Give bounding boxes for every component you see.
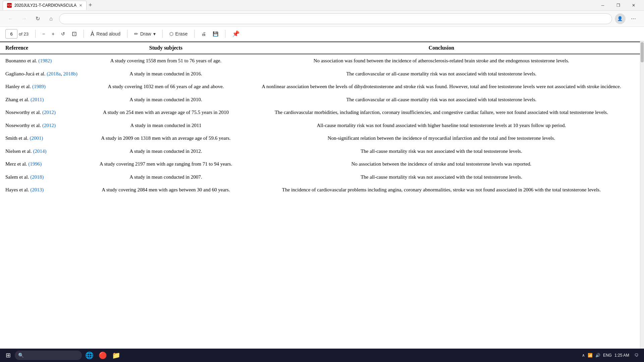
ref-link[interactable]: (1982)	[38, 58, 52, 63]
home-button[interactable]: ⌂	[46, 13, 56, 24]
ref-link[interactable]: (2012)	[42, 110, 56, 115]
table-row: Hanley et al. (1989)A study covering 103…	[0, 80, 640, 93]
erase-icon: ⬡	[169, 31, 173, 37]
study-cell: A study covering 1558 men from 51 to 76 …	[89, 54, 243, 67]
window-controls: ─ ❐ ✕	[595, 0, 641, 11]
taskbar-explorer-app[interactable]: 📁	[110, 349, 122, 361]
study-cell: A study in 2009 on 1318 men with an aver…	[89, 132, 243, 145]
ref-link[interactable]: (1989)	[32, 84, 46, 89]
close-button[interactable]: ✕	[626, 0, 641, 11]
ref-cell: Gagliano-Jucá et al. (2018a, 2018b)	[0, 67, 89, 80]
taskbar-edge-app[interactable]: 🌐	[83, 349, 95, 361]
taskbar-clock[interactable]: 1:25 AM	[614, 353, 629, 358]
separator-5	[194, 30, 195, 38]
new-tab-button[interactable]: +	[87, 2, 94, 9]
clock-time: 1:25 AM	[614, 353, 629, 358]
conclusion-cell: No association between the incidence of …	[243, 158, 640, 171]
page-number-input[interactable]: 6	[5, 29, 17, 39]
save-button[interactable]: 💾	[210, 28, 221, 39]
start-icon: ⊞	[6, 352, 11, 359]
taskbar-search-icon: 🔍	[18, 353, 24, 358]
ref-cell: Zhang et al. (2011)	[0, 93, 89, 106]
home-icon: ⌂	[49, 16, 53, 22]
rotate-button[interactable]: ↺	[58, 28, 68, 39]
print-button[interactable]: 🖨	[199, 28, 209, 39]
pin-button[interactable]: 📌	[229, 29, 242, 39]
taskbar-search[interactable]: 🔍	[15, 351, 82, 360]
erase-button[interactable]: ⬡ Erase	[167, 28, 191, 39]
notification-button[interactable]: 🗨	[632, 351, 641, 360]
study-cell: A study covering 2197 men with age rangi…	[89, 158, 243, 171]
ref-cell: Smith et al. (2001)	[0, 132, 89, 145]
study-cell: A study covering 2084 men with ages betw…	[89, 183, 243, 196]
ref-link[interactable]: 2018b)	[63, 71, 77, 76]
ref-link[interactable]: (2011)	[31, 97, 44, 102]
conclusion-cell: The cardiovascular or all-cause mortalit…	[243, 93, 640, 106]
table-row: Hayes et al. (2013)A study covering 2084…	[0, 183, 640, 196]
save-icon: 💾	[213, 31, 218, 37]
scroll-thumb	[641, 42, 644, 62]
title-bar: PDF 2020JULY21-T-CARDIOVASCULA ✕ + ─ ❐ ✕	[0, 0, 644, 11]
zoom-in-button[interactable]: +	[49, 28, 57, 39]
tab-area: PDF 2020JULY21-T-CARDIOVASCULA ✕ +	[3, 1, 595, 10]
study-cell: A study in mean conducted in 2010.	[89, 93, 243, 106]
profile-button[interactable]: 👤	[615, 13, 626, 24]
right-scrollbar[interactable]	[640, 42, 644, 349]
pin-icon: 📌	[232, 31, 239, 37]
address-input[interactable]	[59, 13, 612, 24]
ref-link[interactable]: (1996)	[28, 161, 42, 167]
up-arrow-icon[interactable]: ∧	[582, 353, 585, 358]
tab-close-button[interactable]: ✕	[79, 3, 82, 8]
table-row: Merz et al. (1996)A study covering 2197 …	[0, 158, 640, 171]
table-row: Gagliano-Jucá et al. (2018a, 2018b)A stu…	[0, 67, 640, 80]
ref-link[interactable]: (2012)	[42, 123, 56, 128]
taskbar-chrome-app[interactable]: 🔴	[97, 349, 109, 361]
start-button[interactable]: ⊞	[3, 350, 13, 361]
tab-favicon: PDF	[7, 3, 12, 8]
main-layout: Reference Study subjects Conclusion Buon…	[0, 42, 644, 349]
rotate-icon: ↺	[61, 31, 65, 37]
ref-cell: Salem et al. (2018)	[0, 171, 89, 184]
ref-cell: Noseworthy et al. (2012)	[0, 119, 89, 132]
back-button[interactable]: ←	[5, 13, 16, 24]
ref-link[interactable]: (2001)	[30, 135, 43, 141]
col-header-study: Study subjects	[89, 42, 243, 54]
study-cell: A study covering 1032 men of 66 years of…	[89, 80, 243, 93]
volume-icon[interactable]: 🔊	[595, 353, 600, 358]
minimize-button[interactable]: ─	[595, 0, 610, 11]
refresh-button[interactable]: ↻	[32, 13, 43, 24]
conclusion-cell: No association was found between the inc…	[243, 54, 640, 67]
pdf-toolbar: 6 of 23 − + ↺ ⊡ Ȧ Read aloud ✏ Draw ▾ ⬡…	[0, 27, 644, 42]
notification-icon: 🗨	[635, 353, 639, 358]
tab-title: 2020JULY21-T-CARDIOVASCULA	[14, 3, 76, 8]
fit-button[interactable]: ⊡	[69, 28, 79, 39]
conclusion-cell: The all-cause mortality risk was not ass…	[243, 171, 640, 184]
network-icon: 📶	[588, 353, 593, 358]
browser-tab[interactable]: PDF 2020JULY21-T-CARDIOVASCULA ✕	[3, 1, 87, 10]
ref-cell: Nielsen et al. (2014)	[0, 145, 89, 158]
col-header-conclusion: Conclusion	[243, 42, 640, 54]
page-of-label: of 23	[19, 32, 29, 37]
study-cell: A study in mean conducted in 2016.	[89, 67, 243, 80]
study-cell: A study in mean conducted in 2011	[89, 119, 243, 132]
forward-button[interactable]: →	[19, 13, 30, 24]
read-aloud-button[interactable]: Ȧ Read aloud	[88, 28, 123, 39]
zoom-out-button[interactable]: −	[40, 28, 48, 39]
table-row: Salem et al. (2018)A study in mean condu…	[0, 171, 640, 184]
separator-6	[225, 30, 225, 38]
fit-icon: ⊡	[72, 30, 77, 38]
more-options-button[interactable]: ···	[628, 14, 639, 23]
ref-link[interactable]: (2018a	[47, 71, 61, 76]
conclusion-cell: All-cause mortality risk was not found a…	[243, 119, 640, 132]
ref-link[interactable]: (2018)	[30, 174, 44, 180]
ref-link[interactable]: (2013)	[30, 187, 44, 192]
edge-icon: 🌐	[85, 351, 94, 359]
conclusion-cell: A nonlinear association between the leve…	[243, 80, 640, 93]
table-row: Zhang et al. (2011)A study in mean condu…	[0, 93, 640, 106]
chrome-icon: 🔴	[99, 351, 107, 359]
draw-button[interactable]: ✏ Draw ▾	[131, 28, 158, 39]
ref-link[interactable]: (2014)	[33, 148, 46, 154]
pdf-scroll-area[interactable]: Reference Study subjects Conclusion Buon…	[0, 42, 640, 349]
conclusion-cell: The cardiovascular or all-cause mortalit…	[243, 67, 640, 80]
maximize-button[interactable]: ❐	[610, 0, 626, 11]
